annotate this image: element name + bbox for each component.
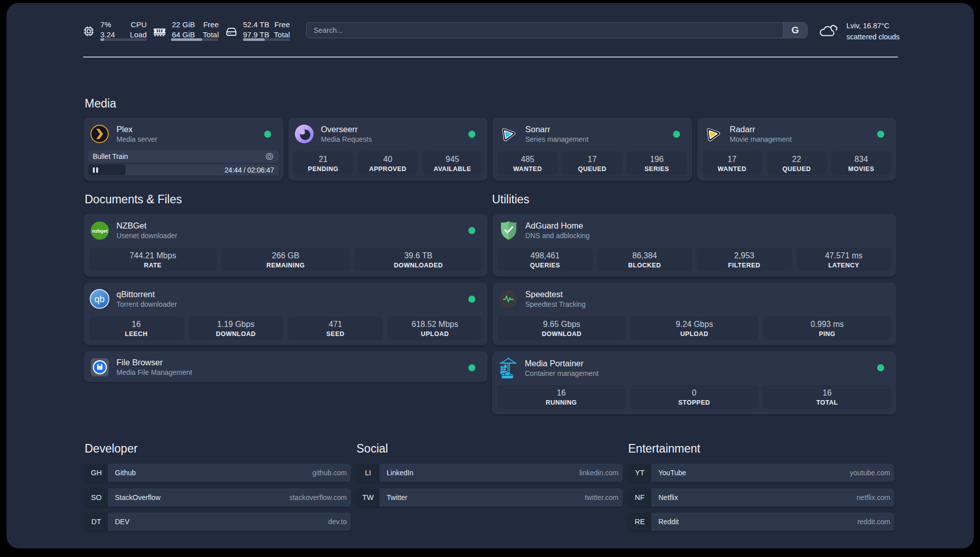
svg-text:qb: qb <box>94 294 104 304</box>
svg-text:nzbget: nzbget <box>92 228 107 233</box>
